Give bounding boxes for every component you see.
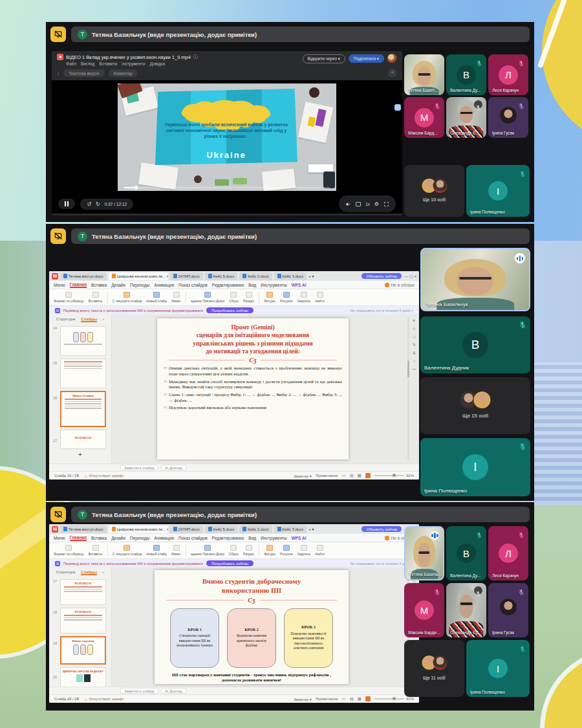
play-pause-button[interactable] bbox=[58, 199, 75, 209]
participant-tile[interactable]: Тетяна Базил... bbox=[404, 54, 444, 95]
document-tab[interactable]: Кейс 5.docx bbox=[205, 525, 238, 533]
more-participants-tile[interactable]: Ще 10 осіб bbox=[404, 165, 464, 217]
settings-icon[interactable]: ⚙ bbox=[374, 201, 379, 207]
ribbon-tab-insert[interactable]: Вставка bbox=[91, 536, 107, 540]
screen-share-off-icon[interactable] bbox=[50, 27, 66, 42]
zoom-control[interactable]: 92% bbox=[374, 697, 414, 701]
menu-insert[interactable]: Вставити bbox=[99, 61, 117, 66]
rail-icon[interactable]: ○ bbox=[413, 358, 416, 363]
tool-find[interactable]: Найти bbox=[315, 545, 325, 556]
participant-tile[interactable]: В Валентина Дудник bbox=[420, 316, 530, 373]
tool-section[interactable]: Раздел bbox=[243, 545, 254, 556]
tool-textbox[interactable]: Надпись bbox=[297, 545, 311, 556]
participant-tile[interactable]: Ірина Гусак bbox=[488, 97, 528, 138]
participant-tile[interactable]: М Максим Бард... bbox=[404, 97, 444, 138]
text-version-button[interactable]: Текстова версія bbox=[63, 69, 105, 77]
comment-anchor-chip[interactable] bbox=[394, 104, 401, 111]
document-tab-active[interactable]: Цифрова економ.комп./м... × bbox=[109, 272, 168, 280]
document-tab[interactable]: 247ИП.docx bbox=[170, 525, 203, 533]
more-participants-tile[interactable]: Ще 15 осіб bbox=[420, 377, 530, 434]
slide-thumbnail[interactable]: РЕЗУЛЬТАТ bbox=[60, 430, 106, 449]
sidebar-tab-outline[interactable]: Структура bbox=[56, 569, 75, 575]
ribbon-tab-transitions[interactable]: Переходы bbox=[130, 536, 150, 540]
tool-ai-document[interactable]: AI Создание Презент.Документа bbox=[191, 545, 224, 556]
notes-ai-button[interactable]: AI Доклад bbox=[161, 465, 186, 470]
missing-font-warning[interactable]: ⚠Отсутствует шрифт bbox=[84, 474, 124, 478]
sidebar-tab-slides[interactable]: Слайды bbox=[81, 316, 97, 322]
document-tab[interactable]: Тетяна виступ.docx bbox=[60, 525, 107, 533]
participant-tile[interactable]: Олександр Є... bbox=[446, 97, 486, 138]
view-sorter-icon[interactable]: ▤ bbox=[350, 473, 354, 478]
slide-thumbnail[interactable]: ЦИФРОВА ПЕТЛЯ ФІДБЕКУ bbox=[60, 667, 106, 687]
try-now-button[interactable]: Попробовать сейчас bbox=[206, 560, 253, 566]
sidebar-tab-slides[interactable]: Слайды bbox=[81, 569, 97, 575]
ribbon-tab-review[interactable]: Редактирование bbox=[212, 283, 244, 287]
notes-toggle[interactable]: Заметки ▾ bbox=[294, 697, 312, 701]
new-tab-button[interactable]: + ▾ bbox=[308, 527, 314, 531]
document-tab[interactable]: Кейс 2.docx bbox=[239, 272, 272, 280]
wps-ai-button[interactable]: WPS AI bbox=[292, 536, 307, 540]
participant-tile[interactable]: В Валентина Ду... bbox=[446, 54, 486, 95]
participant-tile[interactable]: В Валентина Ду... bbox=[446, 526, 486, 580]
document-tab[interactable]: Кейс 5.docx bbox=[205, 272, 238, 280]
tool-play-from-start[interactable]: С текущего слайда bbox=[113, 545, 142, 556]
tool-paste[interactable]: Вставить bbox=[89, 545, 103, 556]
ribbon-tab-home[interactable]: Главная bbox=[70, 282, 87, 288]
participant-tile[interactable]: І Ірина Полющенко bbox=[466, 165, 530, 217]
rail-icon[interactable]: ✎ bbox=[413, 342, 416, 347]
slide-thumbnail-current[interactable]: Промт (Gemini) bbox=[60, 391, 106, 427]
zoom-control[interactable]: 92% bbox=[374, 474, 414, 478]
rail-icon[interactable]: ☆ bbox=[413, 326, 416, 331]
view-normal-icon[interactable]: ▭ bbox=[342, 696, 346, 701]
tool-layout[interactable]: Макет bbox=[171, 545, 181, 556]
tool-new-slide[interactable]: Новый слайд bbox=[146, 292, 167, 303]
document-tab[interactable]: Тетяна виступ.docx bbox=[60, 272, 107, 280]
tool-find[interactable]: Найти bbox=[315, 292, 325, 303]
missing-font-warning[interactable]: ⚠Отсутствует шрифт bbox=[84, 697, 124, 701]
wps-ai-button[interactable]: WPS AI bbox=[292, 283, 307, 287]
playback-speed[interactable]: 1x bbox=[365, 202, 370, 206]
rail-icon[interactable]: A bbox=[413, 351, 415, 355]
participant-tile[interactable]: Л Леся Карачун bbox=[488, 526, 528, 580]
ribbon-tab-home[interactable]: Главная bbox=[70, 535, 87, 541]
slide-canvas[interactable]: Промт (Gemini) сценаріїв для імітаційног… bbox=[157, 318, 349, 459]
view-sorter-icon[interactable]: ▤ bbox=[350, 696, 354, 701]
sidebar-tab-outline[interactable]: Структура bbox=[56, 316, 75, 322]
tool-section[interactable]: Раздел bbox=[243, 292, 254, 303]
sidebar-collapse-icon[interactable]: ‹ bbox=[103, 569, 104, 575]
slideshow-icon[interactable] bbox=[365, 696, 371, 701]
update-now-button[interactable]: Обновить сейчас bbox=[361, 273, 402, 279]
ribbon-tab-design[interactable]: Дизайн bbox=[111, 536, 125, 540]
document-tab-active[interactable]: Цифрова економ.комп./м... × bbox=[109, 525, 168, 533]
ribbon-tab-view[interactable]: Вид bbox=[248, 536, 256, 540]
comments-toggle[interactable]: Примечания bbox=[316, 474, 338, 478]
ribbon-tab-animation[interactable]: Анимация bbox=[155, 283, 175, 287]
slideshow-icon[interactable] bbox=[365, 473, 371, 478]
try-now-button[interactable]: Попробовать сейчас bbox=[206, 307, 253, 313]
captions-icon[interactable] bbox=[356, 202, 361, 206]
slide-thumbnail-current[interactable]: Вчимо студентів bbox=[60, 636, 106, 665]
participant-tile[interactable]: Ірина Гусак bbox=[488, 583, 528, 637]
slide-thumbnail[interactable] bbox=[60, 326, 106, 356]
menu-help[interactable]: Довідка bbox=[150, 61, 165, 66]
rail-icon[interactable]: □ bbox=[413, 335, 416, 339]
tool-new-slide[interactable]: Новый слайд bbox=[146, 545, 167, 556]
ribbon-tab-slideshow[interactable]: Показ слайдов bbox=[178, 283, 208, 287]
comment-button[interactable]: Коментар bbox=[109, 69, 138, 77]
tool-textbox[interactable]: Надпись bbox=[297, 292, 311, 303]
ribbon-tab-tools[interactable]: Инструменты bbox=[261, 283, 287, 287]
share-button[interactable]: Поділитися ▾ bbox=[349, 54, 384, 63]
screen-share-off-icon[interactable] bbox=[50, 228, 66, 244]
rail-icon[interactable]: — bbox=[412, 366, 416, 371]
tool-picture[interactable]: Рисунок bbox=[280, 292, 293, 303]
tool-play-from-start[interactable]: С текущего слайда bbox=[113, 292, 142, 303]
ribbon-tab-insert[interactable]: Вставка bbox=[91, 283, 107, 287]
video-area[interactable]: Українські вчені зробили величезний внес… bbox=[52, 80, 402, 194]
ribbon-tab-tools[interactable]: Инструменты bbox=[261, 536, 287, 540]
account-avatar[interactable] bbox=[387, 54, 397, 63]
participant-tile[interactable]: І Ірина Полющенко bbox=[466, 640, 530, 697]
rewind-icon[interactable]: ↺ bbox=[87, 201, 91, 207]
slide-thumbnail[interactable]: РЕЗУЛЬТАТ bbox=[60, 608, 106, 634]
forward-icon[interactable]: ↻ bbox=[96, 201, 100, 207]
participant-tile-self[interactable]: Тетяна Базильчук bbox=[420, 248, 530, 311]
